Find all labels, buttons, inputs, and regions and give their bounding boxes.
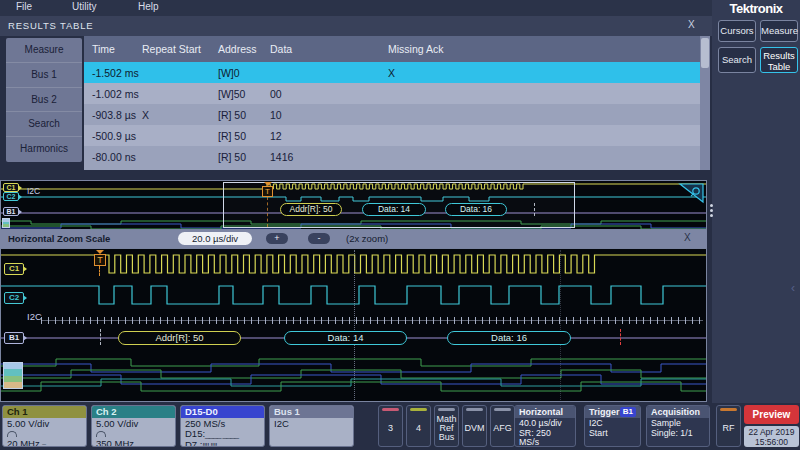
cell-address: [R] 50 <box>218 151 270 163</box>
table-row[interactable]: -500.9 µs [R] 50 12 <box>84 125 700 146</box>
cell-data: 00 <box>270 88 388 100</box>
d15-activity: ____ ____ <box>205 430 238 439</box>
d15-label: D15: <box>185 428 205 439</box>
addr-decode-bubble: Addr[R]: 50 <box>280 203 342 216</box>
cursors-button[interactable]: Cursors <box>718 20 756 42</box>
results-table-button[interactable]: Results Table <box>760 47 798 73</box>
measure-button[interactable]: Measure <box>760 20 798 42</box>
panel-menu-dots[interactable] <box>710 204 713 217</box>
c1-channel-chip[interactable]: C1 <box>4 263 24 275</box>
trigger-position-line <box>99 266 100 276</box>
cell-data: 12 <box>270 130 388 142</box>
zoom-magnifier-icon[interactable] <box>678 183 705 204</box>
trigger-panel[interactable]: B1 Trigger I2C Start <box>584 405 641 447</box>
menu-help[interactable]: Help <box>138 1 159 12</box>
ch3-button[interactable]: 3 <box>378 405 403 447</box>
results-table-close-icon[interactable]: X <box>688 19 695 30</box>
preview-button[interactable]: Preview <box>744 405 799 424</box>
waveform-overview[interactable]: C1 C2 B1 I2C T Addr[R]: 50 Data: 14 Data… <box>0 180 707 230</box>
menu-utility[interactable]: Utility <box>72 1 96 12</box>
oscilloscope-screen: File Utility Help Tektronix Cursors Meas… <box>0 0 800 450</box>
tab-measure[interactable]: Measure <box>6 38 82 63</box>
ch2-badge-header: Ch 2 <box>92 406 175 418</box>
cell-time: -1.502 ms <box>92 67 142 79</box>
trigger-position-line <box>267 197 268 227</box>
results-table-title: RESULTS TABLE <box>8 20 93 31</box>
b1-bus-chip[interactable]: B1 <box>4 332 24 344</box>
cell-time: -500.9 µs <box>92 130 142 142</box>
addr-decode-bubble: Addr[R]: 50 <box>118 331 241 345</box>
zoom-out-button[interactable]: - <box>308 233 330 244</box>
acquisition-panel[interactable]: Acquisition Sample Single: 1/1 <box>646 405 710 447</box>
cell-address: [R] 50 <box>218 130 270 142</box>
zoom-scale-label: Horizontal Zoom Scale <box>8 233 110 244</box>
ch1-badge-header: Ch 1 <box>3 406 86 418</box>
ch1-badge[interactable]: Ch 1 5.00 V/div 20 MHz~ <box>2 405 87 447</box>
cell-missing-ack: X <box>388 67 700 79</box>
trigger-marker[interactable]: T <box>94 254 106 266</box>
cell-time: -80.00 ns <box>92 151 142 163</box>
menu-bar: File Utility Help <box>0 0 712 16</box>
tab-search[interactable]: Search <box>6 112 82 137</box>
menu-file[interactable]: File <box>16 1 32 12</box>
cell-address: [W]50 <box>218 88 270 100</box>
digital-badge[interactable]: D15-D0 250 MS/s D15:____ ____ D7 :¦¦¦¦ ¦… <box>180 405 265 447</box>
i2c-bus-label: I2C <box>27 311 42 322</box>
stop-condition-tick <box>620 329 621 345</box>
b1-bus-chip[interactable]: B1 <box>3 207 19 216</box>
ch1-bandwidth: 20 MHz <box>7 438 40 447</box>
afg-button[interactable]: AFG <box>490 405 515 447</box>
bus1-badge-header: Bus 1 <box>270 406 353 418</box>
table-row[interactable]: -1.502 ms [W]0 X <box>84 62 700 83</box>
probe-coupling-icon <box>96 431 106 437</box>
acquisition-panel-title: Acquisition <box>647 406 709 418</box>
c2-channel-chip[interactable]: C2 <box>3 192 19 201</box>
c2-channel-chip[interactable]: C2 <box>4 292 24 304</box>
math-ref-bus-button[interactable]: Math Ref Bus <box>434 405 459 447</box>
cell-data: 1416 <box>270 151 388 163</box>
table-row[interactable]: -903.8 µs X [R] 50 10 <box>84 104 700 125</box>
col-data: Data <box>270 43 388 55</box>
trigger-marker[interactable]: T <box>262 186 273 197</box>
tab-bus2[interactable]: Bus 2 <box>6 88 82 113</box>
results-table: Time Repeat Start Address Data Missing A… <box>84 36 700 170</box>
dvm-label: DVM <box>465 411 485 446</box>
tab-bus1[interactable]: Bus 1 <box>6 63 82 88</box>
results-table-titlebar: RESULTS TABLE X <box>0 16 712 36</box>
zoom-in-button[interactable]: + <box>266 233 288 244</box>
table-row[interactable]: -1.002 ms [W]50 00 <box>84 83 700 104</box>
digital-group-label[interactable] <box>3 362 23 389</box>
bandwidth-limit-icon: ~ <box>42 440 47 447</box>
d7-activity: ¦¦¦¦ ¦¦¦¦ <box>202 441 216 447</box>
scrollbar-thumb[interactable] <box>701 38 709 68</box>
ch4-button[interactable]: 4 <box>406 405 431 447</box>
time-text: 15:56:00 <box>744 437 799 447</box>
data-decode-bubble: Data: 14 <box>284 331 407 345</box>
slide-panel-handle[interactable]: ‹ <box>791 281 795 295</box>
table-row[interactable]: -80.00 ns [R] 50 1416 <box>84 146 700 167</box>
bus1-badge[interactable]: Bus 1 I2C <box>269 405 354 447</box>
digital-group-label[interactable] <box>2 218 10 228</box>
waveform-zoom-view[interactable]: T C1 C2 B1 I2C Addr[R]: 50 Data: 14 Data… <box>0 248 707 402</box>
ch4-label: 4 <box>416 411 421 446</box>
start-condition-tick <box>100 329 101 345</box>
sample-rate: SR: 250 MS/s <box>519 429 571 447</box>
ch2-scale: 5.00 V/div <box>96 419 171 429</box>
data-decode-bubble: Data: 16 <box>447 331 571 345</box>
table-scrollbar[interactable] <box>700 36 710 170</box>
zoom-scale-value[interactable]: 20.0 µs/div <box>178 232 252 245</box>
search-button[interactable]: Search <box>718 47 756 73</box>
c1-channel-chip[interactable]: C1 <box>3 183 19 192</box>
rf-label: RF <box>723 411 735 446</box>
zoom-bar-close-icon[interactable]: X <box>684 232 691 243</box>
rf-button[interactable]: RF <box>716 405 741 447</box>
dvm-button[interactable]: DVM <box>462 405 487 447</box>
data-decode-bubble: Data: 16 <box>445 203 507 216</box>
horizontal-panel[interactable]: Horizontal 40.0 µs/div SR: 250 MS/s RL: … <box>514 405 576 447</box>
cell-repeat-start: X <box>142 109 218 121</box>
acquisition-count: Single: 1/1 <box>651 429 705 439</box>
cell-address: [W]0 <box>218 67 270 79</box>
tab-harmonics[interactable]: Harmonics <box>6 137 82 162</box>
ch3-label: 3 <box>388 411 393 446</box>
ch2-badge[interactable]: Ch 2 5.00 V/div 350 MHz <box>91 405 176 447</box>
